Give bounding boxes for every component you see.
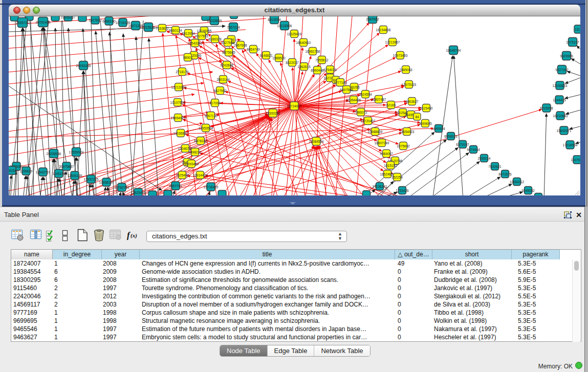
svg-text:8322037: 8322037	[286, 61, 299, 64]
svg-text:1733426: 1733426	[396, 189, 409, 192]
svg-text:10688609: 10688609	[368, 130, 383, 134]
svg-text:10671355: 10671355	[128, 24, 143, 28]
svg-text:10655267: 10655267	[61, 16, 76, 19]
svg-text:(x): (x)	[130, 232, 137, 239]
svg-text:10543362: 10543362	[188, 41, 203, 45]
svg-text:19654925: 19654925	[171, 116, 186, 120]
svg-text:17957225: 17957225	[84, 178, 99, 181]
svg-text:17559924: 17559924	[69, 150, 84, 154]
svg-text:62160: 62160	[386, 103, 396, 107]
svg-text:9474444: 9474444	[467, 148, 480, 151]
svg-text:10654112: 10654112	[510, 180, 525, 184]
svg-text:12923446: 12923446	[131, 191, 146, 194]
svg-text:1527602: 1527602	[89, 18, 102, 22]
svg-text:16648784: 16648784	[446, 49, 461, 52]
svg-text:3267130: 3267130	[204, 114, 217, 118]
svg-text:12942737: 12942737	[36, 170, 51, 174]
svg-text:8878332: 8878332	[194, 139, 207, 143]
svg-text:252254: 252254	[391, 176, 403, 179]
svg-text:11353594: 11353594	[199, 126, 213, 130]
svg-text:8958923: 8958923	[444, 135, 458, 138]
svg-text:7632621: 7632621	[488, 165, 502, 168]
svg-text:19218506: 19218506	[277, 24, 292, 28]
svg-text:10046755: 10046755	[178, 147, 193, 150]
svg-text:19384554: 19384554	[309, 140, 324, 143]
svg-text:1588520: 1588520	[272, 56, 286, 60]
svg-text:8471676: 8471676	[498, 172, 512, 176]
svg-text:84: 84	[415, 115, 419, 119]
svg-text:7515526: 7515526	[142, 26, 155, 29]
svg-text:9777169: 9777169	[334, 81, 347, 84]
svg-text:2718176: 2718176	[176, 70, 189, 74]
svg-text:9115460: 9115460	[420, 106, 433, 110]
svg-text:39154: 39154	[9, 169, 16, 172]
svg-text:6379197: 6379197	[456, 143, 469, 146]
svg-text:8215958: 8215958	[540, 106, 553, 110]
svg-text:9327503: 9327503	[195, 34, 208, 38]
svg-text:1075692: 1075692	[397, 144, 410, 148]
svg-text:1615152: 1615152	[384, 164, 397, 167]
svg-text:9327508: 9327508	[221, 41, 234, 45]
svg-text:7986372: 7986372	[354, 111, 367, 114]
svg-text:9084067: 9084067	[380, 152, 393, 156]
svg-text:2935114: 2935114	[478, 157, 491, 160]
svg-text:15720407: 15720407	[361, 119, 376, 123]
svg-text:20364436: 20364436	[346, 98, 361, 102]
svg-text:17016504: 17016504	[563, 143, 578, 147]
svg-text:11325419: 11325419	[287, 32, 302, 36]
svg-text:12213369: 12213369	[171, 85, 186, 89]
svg-text:2055721: 2055721	[16, 21, 29, 25]
svg-text:9699695: 9699695	[419, 122, 432, 125]
svg-text:10973493: 10973493	[393, 54, 408, 57]
svg-text:19166827: 19166827	[173, 132, 188, 135]
svg-text:16210643: 16210643	[553, 114, 568, 118]
svg-text:18300295: 18300295	[266, 112, 280, 115]
svg-text:16033809: 16033809	[207, 19, 222, 23]
svg-text:7955812: 7955812	[315, 58, 329, 62]
svg-text:12213967: 12213967	[385, 40, 400, 44]
svg-text:1244415: 1244415	[553, 98, 566, 102]
svg-text:18724007: 18724007	[287, 104, 302, 108]
svg-text:16961758: 16961758	[306, 50, 320, 53]
svg-text:15692971: 15692971	[557, 129, 572, 133]
svg-text:16154808: 16154808	[376, 28, 391, 32]
svg-text:1575107: 1575107	[566, 40, 579, 44]
svg-text:9463627: 9463627	[405, 100, 419, 103]
svg-text:16782759: 16782759	[115, 186, 129, 189]
svg-text:9227342: 9227342	[555, 68, 569, 72]
svg-text:9146821: 9146821	[259, 54, 273, 57]
svg-text:7625402: 7625402	[176, 173, 189, 177]
svg-text:9242848: 9242848	[220, 63, 233, 67]
svg-text:9498222: 9498222	[188, 150, 202, 154]
svg-text:8186328: 8186328	[208, 37, 222, 41]
svg-text:10958107: 10958107	[99, 181, 114, 184]
svg-text:8875685: 8875685	[222, 51, 235, 54]
svg-text:7485063: 7485063	[399, 68, 412, 72]
svg-text:15716485: 15716485	[204, 185, 219, 189]
svg-text:1640954: 1640954	[432, 127, 445, 130]
svg-text:19654923: 19654923	[400, 130, 415, 134]
svg-text:20053346: 20053346	[76, 64, 91, 68]
svg-text:1362615: 1362615	[297, 65, 311, 69]
svg-text:6466160: 6466160	[102, 19, 116, 23]
svg-text:12093823: 12093823	[553, 84, 568, 87]
svg-text:7163822: 7163822	[156, 27, 169, 30]
svg-text:10914479: 10914479	[193, 173, 208, 177]
svg-text:18640910: 18640910	[296, 41, 311, 45]
svg-text:20206536: 20206536	[47, 152, 61, 156]
svg-text:2867608: 2867608	[234, 43, 247, 47]
svg-text:12975115: 12975115	[402, 83, 417, 86]
svg-text:8990448: 8990448	[311, 69, 324, 72]
svg-text:1117: 1117	[575, 28, 580, 31]
svg-text:8660124: 8660124	[169, 29, 182, 32]
svg-text:9329966: 9329966	[560, 54, 573, 58]
svg-text:6497568: 6497568	[340, 88, 353, 92]
svg-text:2803144: 2803144	[216, 78, 230, 81]
svg-text:8454749: 8454749	[247, 48, 260, 51]
svg-text:6794028: 6794028	[323, 68, 337, 72]
svg-text:14136141: 14136141	[373, 185, 387, 188]
svg-text:7357224: 7357224	[227, 26, 240, 29]
svg-text:30975887: 30975887	[59, 165, 74, 168]
svg-text:1167533: 1167533	[571, 158, 580, 162]
svg-text:1145194: 1145194	[53, 172, 66, 176]
